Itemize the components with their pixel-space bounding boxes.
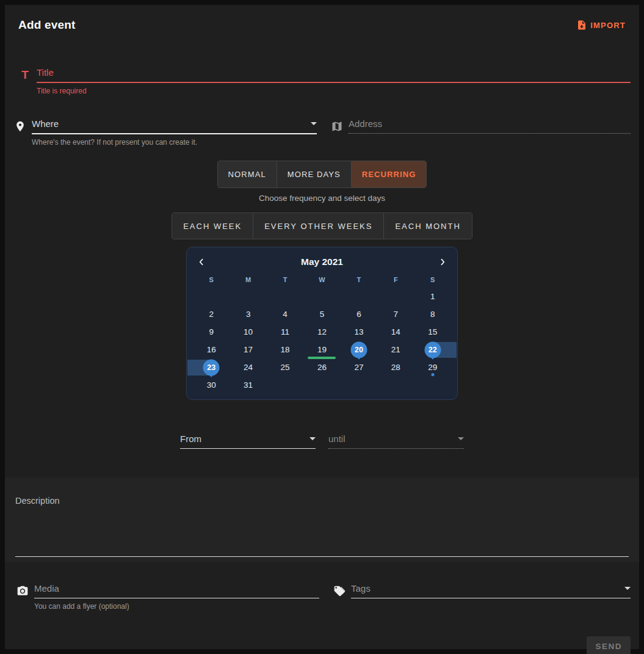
day-number: 19 — [317, 345, 327, 354]
calendar-day-2[interactable]: 2 — [193, 306, 230, 322]
calendar-day-empty — [267, 377, 303, 393]
frequency-option-each-week[interactable]: EACH WEEK — [172, 213, 253, 239]
send-button[interactable]: SEND — [587, 636, 631, 654]
from-time-select[interactable]: From — [180, 434, 316, 449]
calendar-day-1[interactable]: 1 — [414, 288, 451, 305]
calendar-day-4[interactable]: 4 — [267, 306, 303, 322]
calendar-day-28[interactable]: 28 — [377, 359, 414, 376]
tags-select[interactable] — [351, 583, 631, 598]
calendar-next-month-button[interactable] — [434, 253, 451, 271]
weekday-label: S — [414, 272, 451, 287]
media-input[interactable] — [34, 583, 319, 594]
tab-recurring[interactable]: RECURRING — [351, 161, 427, 187]
calendar-month-title: May 2021 — [210, 256, 434, 267]
day-number: 13 — [354, 327, 363, 336]
description-label: Description — [15, 496, 629, 506]
calendar-day-30[interactable]: 30 — [193, 377, 230, 393]
media-field: You can add a flyer (optional) — [16, 583, 319, 611]
map-icon — [330, 120, 344, 133]
until-time-label: until — [328, 434, 346, 444]
calendar-day-18[interactable]: 18 — [267, 341, 303, 358]
calendar-day-13[interactable]: 13 — [341, 324, 377, 340]
calendar-day-9[interactable]: 9 — [193, 324, 230, 340]
media-underline — [34, 583, 319, 598]
tab-more-days[interactable]: MORE DAYS — [277, 161, 351, 187]
day-number: 10 — [244, 327, 253, 336]
calendar-day-8[interactable]: 8 — [414, 306, 451, 322]
calendar-day-21[interactable]: 21 — [377, 341, 414, 358]
day-number: 9 — [209, 327, 214, 336]
calendar-day-20[interactable]: 20 — [341, 341, 377, 358]
add-event-form: Add event IMPORT T Title is required — [5, 5, 639, 649]
description-field[interactable]: Description — [5, 478, 639, 562]
calendar: May 2021 SMTWTFS 12345678910111213141516… — [186, 247, 458, 400]
chevron-left-icon — [197, 257, 206, 267]
title-input[interactable] — [37, 67, 631, 78]
calendar-day-27[interactable]: 27 — [341, 359, 377, 376]
calendar-day-empty — [377, 377, 414, 393]
calendar-day-29[interactable]: 29 — [414, 359, 451, 376]
chevron-down-icon — [309, 437, 316, 440]
time-row: From until — [180, 434, 464, 449]
location-pin-icon — [13, 120, 27, 133]
frequency-option-each-month[interactable]: EACH MONTH — [383, 213, 471, 239]
tab-normal[interactable]: NORMAL — [218, 161, 277, 187]
address-input[interactable] — [349, 118, 631, 129]
calendar-prev-month-button[interactable] — [193, 253, 210, 271]
day-number: 12 — [317, 327, 327, 336]
calendar-day-empty — [303, 377, 340, 393]
chevron-down-icon — [624, 587, 631, 590]
day-number: 4 — [283, 310, 288, 319]
day-number: 7 — [394, 310, 399, 319]
calendar-day-22[interactable]: 22 — [414, 341, 451, 358]
form-footer: SEND — [13, 636, 631, 654]
media-helper-text: You can add a flyer (optional) — [34, 602, 319, 611]
until-time-select[interactable]: until — [328, 434, 464, 449]
calendar-day-empty — [303, 288, 340, 305]
weekday-label: F — [377, 272, 414, 287]
tags-input[interactable] — [351, 583, 624, 594]
calendar-day-14[interactable]: 14 — [377, 324, 414, 340]
address-underline — [349, 118, 631, 134]
calendar-day-23[interactable]: 23 — [193, 359, 230, 376]
where-helper-text: Where's the event? If not present you ca… — [32, 138, 317, 147]
day-number: 20 — [355, 346, 363, 354]
calendar-day-25[interactable]: 25 — [267, 359, 303, 376]
day-number: 29 — [428, 363, 437, 372]
where-select[interactable] — [32, 118, 317, 134]
weekday-label: T — [341, 272, 377, 287]
tags-icon — [333, 585, 346, 597]
calendar-day-11[interactable]: 11 — [267, 324, 303, 340]
frequency-hint-text: Choose frequency and select days — [259, 194, 385, 203]
import-button[interactable]: IMPORT — [571, 16, 631, 34]
frequency-option-every-other-weeks[interactable]: EVERY OTHER WEEKS — [253, 213, 383, 239]
weekday-label: S — [193, 272, 230, 287]
calendar-day-empty — [230, 288, 266, 305]
chevron-down-icon — [458, 437, 464, 440]
calendar-day-26[interactable]: 26 — [303, 359, 340, 376]
where-field: Where's the event? If not present you ca… — [13, 118, 317, 147]
calendar-day-3[interactable]: 3 — [230, 306, 266, 322]
day-number: 16 — [207, 345, 216, 354]
day-number: 17 — [244, 345, 253, 354]
calendar-day-empty — [193, 288, 230, 305]
day-number: 5 — [320, 310, 325, 319]
calendar-day-7[interactable]: 7 — [377, 306, 414, 322]
calendar-day-16[interactable]: 16 — [193, 341, 230, 358]
form-header: Add event IMPORT — [13, 5, 631, 32]
calendar-day-24[interactable]: 24 — [230, 359, 266, 376]
day-number: 31 — [244, 380, 253, 390]
day-number: 21 — [391, 345, 400, 354]
title-field: T Title is required — [13, 67, 631, 95]
calendar-day-5[interactable]: 5 — [303, 306, 340, 322]
day-number: 24 — [244, 363, 253, 372]
calendar-day-15[interactable]: 15 — [414, 324, 451, 340]
calendar-day-17[interactable]: 17 — [230, 341, 266, 358]
calendar-day-6[interactable]: 6 — [341, 306, 377, 322]
description-underline — [15, 556, 629, 557]
calendar-day-31[interactable]: 31 — [230, 377, 266, 393]
calendar-day-10[interactable]: 10 — [230, 324, 266, 340]
where-input[interactable] — [32, 118, 311, 129]
calendar-day-19[interactable]: 19 — [303, 341, 340, 358]
calendar-day-12[interactable]: 12 — [303, 324, 340, 340]
